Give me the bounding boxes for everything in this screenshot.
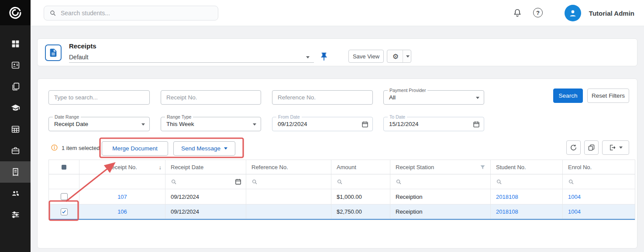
row-checkbox[interactable] [61,208,68,215]
sidebar-item-settings[interactable] [0,204,31,225]
enrol-no-link[interactable]: 1004 [568,194,581,200]
select-all-checkbox[interactable] [62,165,66,170]
person-icon [568,8,578,18]
student-no-link[interactable]: 2018108 [496,194,518,200]
receipt-no-link[interactable]: 107 [117,194,127,200]
view-selector[interactable]: Default [69,52,314,63]
user-menu[interactable]: Tutorial Admin [565,4,634,22]
documents-icon [11,82,20,91]
filter-cell-student-no[interactable] [491,174,563,189]
search-icon [496,179,502,185]
table-row[interactable]: 107 09/12/2024 $1,000.00 Receiption 2018… [49,189,635,204]
column-header-receipt-date[interactable]: Receipt Date [165,160,246,174]
calendar-icon[interactable] [472,120,480,128]
export-button[interactable] [602,140,629,155]
sidebar-item-tables[interactable] [0,119,31,140]
filter-cell-receipt-no[interactable] [79,174,165,189]
sidebar-item-receipts[interactable] [0,161,31,183]
range-type-label: Range Type [165,114,193,119]
export-icon [609,144,616,151]
view-selector-value: Default [69,54,88,61]
to-date-field[interactable]: To Date 15/12/2024 [383,117,484,131]
copy-grid-button[interactable] [584,140,599,155]
payment-provider-select[interactable]: Payment Provider All [383,90,484,105]
divider [403,50,403,62]
filter-cell-receipt-station[interactable] [390,174,491,189]
receipt-no-input[interactable] [161,90,261,105]
chevron-down-icon [619,146,623,149]
column-header-amount[interactable]: Amount [331,160,390,174]
receipt-station-cell: Receiption [390,204,491,219]
people-icon [11,189,20,198]
brand-logo[interactable] [0,0,31,25]
search-icon [251,179,258,185]
student-no-link[interactable]: 2018108 [496,208,518,215]
amount-cell: $1,000.00 [331,189,390,204]
gear-icon: ⚙ [389,52,403,61]
help-button[interactable]: ? [533,8,543,17]
date-range-value: Receipt Date [54,121,88,127]
table-row[interactable]: 106 09/12/2024 $2,750.00 Receiption 2018… [49,204,635,220]
refresh-icon [570,144,577,151]
sidebar [0,0,31,252]
topbar: ? Tutorial Admin [31,0,644,26]
filter-cell-select [49,174,79,189]
sidebar-item-business[interactable] [0,140,31,161]
column-header-student-no[interactable]: Student No. [491,160,563,174]
sidebar-item-contacts[interactable] [0,183,31,204]
calendar-icon[interactable] [234,178,242,185]
reference-no-input[interactable] [272,90,373,105]
filter-cell-reference-no[interactable] [246,174,331,189]
calendar-icon[interactable] [361,120,369,128]
range-type-value: This Week [166,121,194,127]
merge-document-button[interactable]: Merge Document [102,141,168,156]
pin-view-button[interactable] [319,52,329,61]
filter-cell-receipt-date[interactable] [165,174,246,189]
page-title: Receipts [69,42,96,50]
from-date-field[interactable]: From Date 09/12/2024 [272,117,373,131]
table-filter-row [49,174,635,189]
app-root: { "colors": { "accent_blue": "#1172d3", … [0,0,644,252]
reset-filters-button[interactable]: Reset Filters [587,89,629,103]
column-header-enrol-no[interactable]: Enrol No. [563,160,635,174]
module-tile [45,44,62,61]
search-icon [49,10,56,17]
column-header-receipt-no[interactable]: Receipt No. ↓ [79,160,165,174]
notifications-button[interactable] [513,8,522,17]
sidebar-item-students[interactable] [0,54,31,76]
filter-funnel-icon[interactable] [479,164,486,170]
date-range-select[interactable]: Date Range Receipt Date [48,117,150,131]
search-icon [337,179,343,185]
student-profile-icon [11,61,20,70]
refresh-button[interactable] [566,140,581,155]
question-mark-icon: ? [536,10,540,16]
sidebar-item-dashboard[interactable] [0,33,31,54]
search-input[interactable] [61,10,213,17]
chevron-down-icon [476,97,479,99]
filter-cell-amount[interactable] [331,174,390,189]
select-all-header[interactable] [49,160,79,174]
from-date-value: 09/12/2024 [278,121,307,127]
enrol-no-link[interactable]: 1004 [568,208,581,215]
to-date-label: To Date [388,114,407,119]
sidebar-item-courses[interactable] [0,97,31,119]
chevron-down-icon [306,56,310,58]
table-grid-icon [11,125,20,134]
keyword-search-input[interactable] [48,90,150,105]
range-type-select[interactable]: Range Type This Week [161,117,261,131]
chevron-down-icon [141,123,145,126]
send-message-button[interactable]: Send Message [173,141,235,156]
column-header-reference-no[interactable]: Reference No. [246,160,331,174]
reference-no-cell [246,204,331,219]
save-view-button[interactable]: Save View [348,50,384,63]
pushpin-icon [319,52,329,61]
filter-cell-enrol-no[interactable] [563,174,635,189]
chevron-down-icon [224,147,227,150]
receipt-no-link[interactable]: 106 [117,208,127,215]
row-checkbox[interactable] [61,193,68,200]
view-settings-button[interactable]: ⚙ [387,50,411,63]
search-button[interactable]: Search [553,89,583,103]
column-header-receipt-station[interactable]: Receipt Station [390,160,491,174]
sidebar-nav [0,33,31,225]
sidebar-item-documents[interactable] [0,76,31,97]
